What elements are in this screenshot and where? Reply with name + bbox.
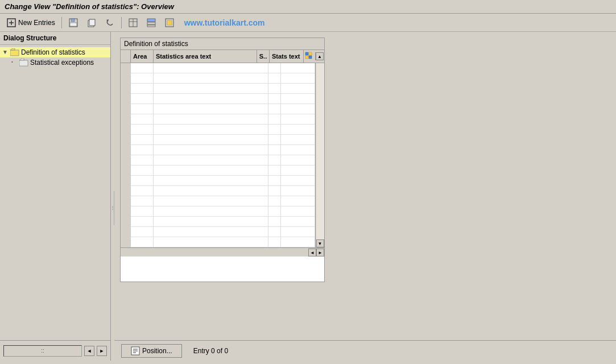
cell-stats-area-text[interactable] [154, 227, 268, 237]
table-row[interactable] [121, 166, 315, 176]
cell-stats-area-text[interactable] [154, 104, 268, 114]
cell-stats-area-text[interactable] [154, 84, 268, 94]
cell-s[interactable] [268, 237, 281, 247]
cell-stats-text[interactable] [281, 104, 315, 114]
table-icon3-button[interactable] [162, 16, 177, 30]
cell-stats-text[interactable] [281, 166, 315, 176]
cell-s[interactable] [268, 84, 281, 94]
cell-s[interactable] [268, 176, 281, 186]
undo-button[interactable] [102, 16, 118, 30]
cell-stats-text[interactable] [281, 217, 315, 227]
drag-handle[interactable]: ⋮ [110, 206, 115, 210]
cell-s[interactable] [268, 166, 281, 176]
cell-stats-text[interactable] [281, 227, 315, 237]
cell-area[interactable] [131, 125, 154, 135]
cell-stats-text[interactable] [281, 206, 315, 217]
copy-button[interactable] [84, 16, 100, 30]
cell-stats-area-text[interactable] [154, 186, 268, 196]
cell-stats-area-text[interactable] [154, 206, 268, 217]
cell-area[interactable] [131, 206, 154, 217]
cell-area[interactable] [131, 155, 154, 166]
table-row[interactable] [121, 94, 315, 104]
cell-stats-text[interactable] [281, 114, 315, 125]
cell-stats-text[interactable] [281, 186, 315, 196]
cell-s[interactable] [268, 217, 281, 227]
scroll-down-button[interactable]: ▼ [316, 239, 324, 247]
cell-stats-area-text[interactable] [154, 176, 268, 186]
cell-stats-area-text[interactable] [154, 63, 268, 73]
cell-stats-text[interactable] [281, 155, 315, 166]
position-button[interactable]: Position... [121, 344, 182, 358]
cell-area[interactable] [131, 166, 154, 176]
table-icon2-button[interactable] [143, 16, 159, 30]
cell-s[interactable] [268, 73, 281, 84]
cell-stats-area-text[interactable] [154, 125, 268, 135]
tree-item-definition[interactable]: ▼ Definition of statistics [0, 47, 110, 57]
cell-stats-area-text[interactable] [154, 135, 268, 145]
cell-s[interactable] [268, 145, 281, 155]
cell-stats-text[interactable] [281, 196, 315, 206]
cell-stats-text[interactable] [281, 135, 315, 145]
table-row[interactable] [121, 237, 315, 247]
cell-s[interactable] [268, 104, 281, 114]
table-row[interactable] [121, 135, 315, 145]
cell-area[interactable] [131, 176, 154, 186]
table-row[interactable] [121, 217, 315, 227]
cell-area[interactable] [131, 145, 154, 155]
cell-stats-text[interactable] [281, 125, 315, 135]
cell-stats-text[interactable] [281, 94, 315, 104]
table-row[interactable] [121, 145, 315, 155]
cell-stats-area-text[interactable] [154, 145, 268, 155]
cell-area[interactable] [131, 114, 154, 125]
cell-stats-area-text[interactable] [154, 237, 268, 247]
cell-area[interactable] [131, 227, 154, 237]
cell-stats-text[interactable] [281, 73, 315, 84]
save-button[interactable] [65, 16, 81, 30]
cell-stats-area-text[interactable] [154, 166, 268, 176]
cell-stats-area-text[interactable] [154, 217, 268, 227]
cell-area[interactable] [131, 94, 154, 104]
col-settings-icon-header[interactable] [304, 50, 315, 63]
cell-stats-text[interactable] [281, 145, 315, 155]
table-row[interactable] [121, 125, 315, 135]
cell-area[interactable] [131, 104, 154, 114]
cell-s[interactable] [268, 63, 281, 73]
cell-area[interactable] [131, 63, 154, 73]
cell-area[interactable] [131, 196, 154, 206]
cell-s[interactable] [268, 135, 281, 145]
cell-stats-text[interactable] [281, 63, 315, 73]
h-scroll-left-button[interactable]: ◄ [308, 249, 316, 257]
cell-stats-text[interactable] [281, 84, 315, 94]
table-row[interactable] [121, 155, 315, 166]
cell-stats-area-text[interactable] [154, 94, 268, 104]
table-row[interactable] [121, 176, 315, 186]
cell-s[interactable] [268, 155, 281, 166]
table-row[interactable] [121, 186, 315, 196]
table-row[interactable] [121, 63, 315, 73]
cell-area[interactable] [131, 186, 154, 196]
cell-s[interactable] [268, 196, 281, 206]
new-entries-button[interactable]: New Entries [3, 16, 58, 30]
table-row[interactable] [121, 227, 315, 237]
cell-stats-area-text[interactable] [154, 196, 268, 206]
cell-area[interactable] [131, 237, 154, 247]
cell-stats-area-text[interactable] [154, 114, 268, 125]
table-row[interactable] [121, 114, 315, 125]
h-scroll-right-button[interactable]: ► [316, 249, 324, 257]
table-icon1-button[interactable] [125, 16, 141, 30]
nav-next-button[interactable]: ► [97, 346, 107, 356]
table-row[interactable] [121, 206, 315, 217]
table-row[interactable] [121, 196, 315, 206]
cell-stats-area-text[interactable] [154, 73, 268, 84]
cell-area[interactable] [131, 84, 154, 94]
cell-stats-area-text[interactable] [154, 155, 268, 166]
scroll-up-button[interactable]: ▲ [316, 52, 324, 60]
cell-area[interactable] [131, 217, 154, 227]
cell-s[interactable] [268, 206, 281, 217]
table-row[interactable] [121, 84, 315, 94]
cell-s[interactable] [268, 94, 281, 104]
cell-s[interactable] [268, 114, 281, 125]
cell-s[interactable] [268, 227, 281, 237]
cell-stats-text[interactable] [281, 176, 315, 186]
cell-stats-text[interactable] [281, 237, 315, 247]
